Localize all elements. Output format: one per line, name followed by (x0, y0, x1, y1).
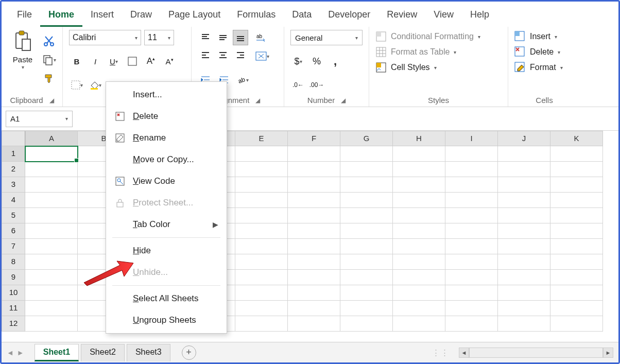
sheet-tab-2[interactable]: Sheet2 (81, 344, 125, 361)
cell[interactable] (25, 208, 78, 223)
orientation-button[interactable]: ab▾ (235, 72, 250, 88)
cell[interactable] (25, 146, 78, 162)
font-size-select[interactable]: 11▾ (144, 30, 174, 45)
increase-font-button[interactable]: A▴ (143, 54, 159, 69)
horizontal-scrollbar[interactable] (469, 348, 603, 358)
ctx-delete[interactable]: Delete (106, 106, 227, 127)
row-header[interactable]: 12 (2, 316, 25, 332)
align-middle-button[interactable] (215, 30, 231, 45)
cell[interactable] (25, 316, 78, 332)
tab-home[interactable]: Home (40, 6, 82, 27)
cell[interactable] (288, 177, 340, 193)
wrap-text-button[interactable]: ab (254, 30, 270, 45)
tab-insert[interactable]: Insert (82, 6, 122, 27)
cell[interactable] (550, 162, 603, 177)
cell[interactable] (25, 177, 78, 193)
ctx-select-all[interactable]: Select All Sheets (106, 288, 227, 309)
align-top-button[interactable] (198, 30, 213, 45)
sheet-nav-prev[interactable]: ◄ (7, 349, 14, 357)
ctx-insert[interactable]: Insert... (106, 84, 227, 106)
cell[interactable] (25, 254, 78, 270)
format-cells-button[interactable]: Format▾ (514, 62, 563, 73)
borders-button[interactable]: ▾ (69, 77, 84, 93)
cell[interactable] (498, 239, 550, 254)
cell[interactable] (550, 223, 603, 239)
cell[interactable] (288, 254, 340, 270)
dialog-launcher-icon[interactable]: ◢ (341, 97, 346, 104)
sheet-tab-3[interactable]: Sheet3 (127, 344, 170, 361)
cell[interactable] (445, 254, 498, 270)
cell[interactable] (235, 162, 288, 177)
cell[interactable] (550, 254, 603, 270)
row-header[interactable]: 8 (2, 254, 25, 270)
cell[interactable] (393, 162, 445, 177)
column-header[interactable]: G (340, 131, 393, 146)
cell[interactable] (550, 316, 603, 332)
column-header[interactable]: F (288, 131, 340, 146)
cell[interactable] (235, 177, 288, 193)
row-header[interactable]: 11 (2, 301, 25, 316)
cell[interactable] (235, 239, 288, 254)
row-header[interactable]: 10 (2, 285, 25, 301)
tab-help[interactable]: Help (462, 6, 497, 27)
row-header[interactable]: 9 (2, 270, 25, 285)
cell[interactable] (393, 285, 445, 301)
column-header[interactable]: E (235, 131, 288, 146)
cell[interactable] (340, 177, 393, 193)
cell[interactable] (498, 193, 550, 208)
cell[interactable] (340, 285, 393, 301)
cell[interactable] (445, 208, 498, 223)
cell[interactable] (393, 208, 445, 223)
cell[interactable] (235, 316, 288, 332)
cell[interactable] (498, 146, 550, 162)
tab-review[interactable]: Review (378, 6, 425, 27)
cell[interactable] (550, 285, 603, 301)
decrease-font-button[interactable]: A▾ (162, 54, 177, 69)
splitter-handle[interactable]: ⋮⋮ (432, 348, 450, 357)
cell[interactable] (25, 193, 78, 208)
sheet-tab-1[interactable]: Sheet1 (35, 344, 79, 361)
insert-cells-button[interactable]: Insert▾ (514, 31, 563, 42)
cell[interactable] (235, 208, 288, 223)
dialog-launcher-icon[interactable]: ◢ (255, 97, 260, 104)
cell[interactable] (288, 162, 340, 177)
number-format-select[interactable]: General▾ (290, 30, 363, 45)
cell-styles-button[interactable]: Cell Styles▾ (375, 62, 480, 73)
row-header[interactable]: 5 (2, 208, 25, 223)
row-header[interactable]: 1 (2, 146, 25, 162)
name-box[interactable]: A1 ▾ (6, 111, 73, 127)
cell[interactable] (340, 254, 393, 270)
cell[interactable] (550, 270, 603, 285)
merge-button[interactable]: ▾ (254, 48, 270, 64)
cell[interactable] (550, 177, 603, 193)
ctx-view-code[interactable]: View Code (106, 170, 227, 192)
column-header[interactable]: H (393, 131, 445, 146)
select-all-corner[interactable] (2, 131, 25, 146)
cell[interactable] (25, 223, 78, 239)
cell[interactable] (498, 208, 550, 223)
ctx-ungroup[interactable]: Ungroup Sheets (106, 309, 227, 331)
underline-button[interactable]: U▾ (106, 54, 122, 69)
cell[interactable] (445, 316, 498, 332)
cell[interactable] (498, 270, 550, 285)
cell[interactable] (340, 239, 393, 254)
add-sheet-button[interactable]: + (182, 345, 196, 360)
cell[interactable] (550, 146, 603, 162)
column-header[interactable]: J (498, 131, 550, 146)
cell[interactable] (340, 223, 393, 239)
cell[interactable] (445, 301, 498, 316)
cell[interactable] (340, 193, 393, 208)
format-painter-button[interactable] (42, 71, 56, 85)
cell[interactable] (288, 239, 340, 254)
align-bottom-button[interactable] (233, 30, 248, 45)
tab-file[interactable]: File (9, 6, 40, 27)
cell[interactable] (288, 285, 340, 301)
cell[interactable] (445, 223, 498, 239)
fill-color-button[interactable]: ▾ (88, 77, 103, 93)
cell[interactable] (550, 208, 603, 223)
spreadsheet-grid[interactable]: ABCDEFGHIJK 123456789101112 (2, 131, 618, 332)
cell[interactable] (498, 162, 550, 177)
cell[interactable] (288, 146, 340, 162)
border-button[interactable] (125, 54, 140, 69)
cell[interactable] (25, 239, 78, 254)
